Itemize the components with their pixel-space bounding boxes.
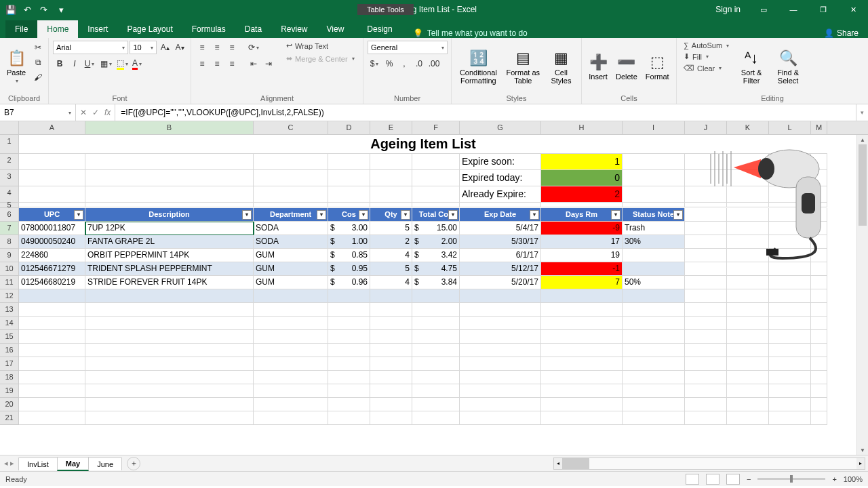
row-header-16[interactable]: 16 — [0, 344, 19, 357]
cell[interactable] — [727, 344, 769, 357]
cell[interactable] — [623, 371, 685, 384]
table-header-qty[interactable]: Qty▾ — [370, 208, 412, 222]
cell[interactable] — [811, 384, 827, 398]
cell[interactable] — [254, 411, 328, 425]
table-header-exp[interactable]: Exp Date▾ — [460, 208, 541, 222]
cell[interactable] — [85, 303, 254, 317]
column-header-L[interactable]: L — [769, 121, 811, 134]
increase-indent-icon[interactable]: ⇥ — [262, 57, 275, 70]
cell[interactable] — [769, 262, 811, 276]
cell[interactable] — [19, 317, 85, 330]
sheet-tab-june[interactable]: June — [88, 458, 122, 470]
cell[interactable]: $3.84 — [412, 276, 460, 289]
cell[interactable] — [541, 303, 623, 317]
number-format-combo[interactable]: General▾ — [368, 41, 448, 54]
cell[interactable] — [769, 289, 811, 303]
cell[interactable] — [370, 154, 412, 170]
cell[interactable] — [412, 357, 460, 371]
percent-icon[interactable]: % — [382, 57, 396, 70]
cell[interactable] — [460, 371, 541, 384]
cell[interactable] — [85, 357, 254, 371]
column-header-F[interactable]: F — [412, 121, 460, 134]
enter-formula-icon[interactable]: ✓ — [92, 108, 99, 117]
tab-review[interactable]: Review — [271, 20, 317, 38]
cell[interactable] — [685, 330, 727, 344]
cell[interactable] — [370, 303, 412, 317]
cell[interactable]: 17 — [541, 235, 623, 249]
cell[interactable]: ORBIT PEPPERMINT 14PK — [85, 249, 254, 262]
align-bottom-icon[interactable]: ≡ — [225, 41, 239, 54]
cell[interactable] — [811, 276, 827, 289]
column-header-M[interactable]: M — [811, 121, 827, 134]
cell[interactable] — [412, 203, 460, 207]
zoom-slider[interactable] — [757, 478, 825, 480]
cell[interactable] — [541, 330, 623, 344]
cell[interactable] — [254, 344, 328, 357]
row-header-15[interactable]: 15 — [0, 330, 19, 344]
cell[interactable] — [769, 317, 811, 330]
cell[interactable] — [623, 203, 685, 207]
new-sheet-button[interactable]: ＋ — [127, 457, 140, 470]
cell[interactable] — [412, 303, 460, 317]
row-header-20[interactable]: 20 — [0, 398, 19, 411]
cell[interactable] — [370, 344, 412, 357]
cell[interactable] — [412, 384, 460, 398]
align-right-icon[interactable]: ≡ — [225, 57, 239, 70]
cell[interactable] — [541, 398, 623, 411]
page-break-view-icon[interactable] — [726, 474, 740, 485]
cell[interactable] — [85, 289, 254, 303]
tab-design[interactable]: Design — [357, 20, 401, 38]
cell[interactable] — [19, 303, 85, 317]
cell[interactable] — [254, 186, 328, 203]
cell[interactable] — [328, 170, 370, 186]
row-header-5[interactable]: 5 — [0, 203, 19, 208]
tab-home[interactable]: Home — [37, 20, 78, 38]
cell[interactable] — [412, 344, 460, 357]
cell[interactable] — [623, 186, 685, 203]
comma-icon[interactable]: , — [397, 57, 411, 70]
cell[interactable] — [254, 330, 328, 344]
cell[interactable] — [254, 398, 328, 411]
cell[interactable] — [769, 371, 811, 384]
cell[interactable] — [541, 203, 623, 207]
cell[interactable] — [328, 154, 370, 170]
cell[interactable]: 5/30/17 — [460, 235, 541, 249]
row-header-13[interactable]: 13 — [0, 303, 19, 317]
tab-data[interactable]: Data — [235, 20, 271, 38]
expand-formula-icon[interactable]: ▾ — [856, 104, 868, 121]
cell[interactable]: TRIDENT SPLASH PEPPERMINT — [85, 262, 254, 276]
cell[interactable]: 2 — [370, 235, 412, 249]
find-select-button[interactable]: 🔍Find & Select — [771, 41, 805, 93]
increase-decimal-icon[interactable]: .0 — [412, 57, 426, 70]
cell[interactable] — [85, 186, 254, 203]
scroll-left-icon[interactable]: ◂ — [554, 458, 562, 469]
align-top-icon[interactable]: ≡ — [195, 41, 209, 54]
cell[interactable]: Expire soon: — [460, 154, 541, 170]
row-header-14[interactable]: 14 — [0, 317, 19, 330]
increase-font-icon[interactable]: A▴ — [158, 41, 172, 54]
column-header-K[interactable]: K — [727, 121, 769, 134]
column-header-E[interactable]: E — [370, 121, 412, 134]
table-header-status[interactable]: Status Note▾ — [623, 208, 685, 222]
autosum-button[interactable]: ∑AutoSum▾ — [681, 41, 732, 50]
cell[interactable]: Already Expire: — [460, 186, 541, 203]
cell[interactable] — [370, 170, 412, 186]
cell[interactable] — [769, 344, 811, 357]
cell[interactable] — [811, 398, 827, 411]
ribbon-options-icon[interactable]: ▭ — [749, 0, 778, 19]
cell[interactable] — [623, 344, 685, 357]
insert-function-icon[interactable]: fx — [104, 108, 111, 117]
cell[interactable] — [412, 411, 460, 425]
cell[interactable] — [541, 357, 623, 371]
cell[interactable] — [370, 357, 412, 371]
cell[interactable] — [85, 203, 254, 207]
cell[interactable] — [623, 303, 685, 317]
format-painter-icon[interactable]: 🖌 — [31, 70, 45, 84]
cell[interactable] — [685, 276, 727, 289]
cell[interactable] — [370, 330, 412, 344]
decrease-font-icon[interactable]: A▾ — [173, 41, 186, 54]
conditional-formatting-button[interactable]: 🔢Conditional Formatting — [456, 41, 501, 93]
cell[interactable] — [328, 317, 370, 330]
cell[interactable] — [811, 411, 827, 425]
table-header-dept[interactable]: Department▾ — [254, 208, 328, 222]
